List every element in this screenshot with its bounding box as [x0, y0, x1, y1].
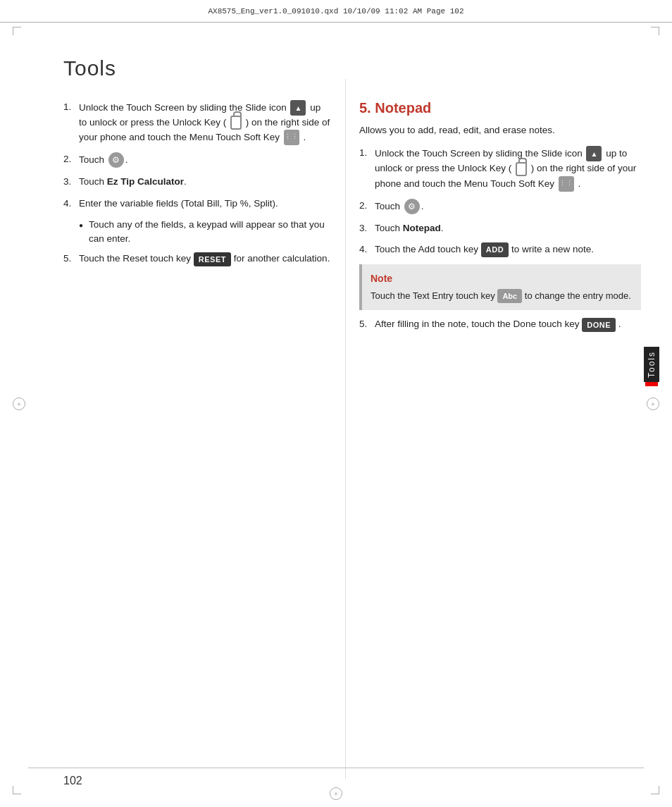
note-text-post: to change the entry mode.: [525, 290, 631, 301]
bullet-item-1: Touch any of the fields, a keypad will a…: [79, 218, 331, 247]
step-1: 1. Unlock the Touch Screen by sliding th…: [63, 100, 331, 145]
right-step-4-content: Touch the Add touch key ADD to write a n…: [375, 242, 641, 257]
tools-icon-left: [108, 152, 124, 168]
step-1-content: Unlock the Touch Screen by sliding the S…: [79, 100, 331, 145]
step-3-num: 3.: [63, 175, 79, 189]
step-1-num: 1.: [63, 100, 79, 114]
step-5-num: 5.: [63, 252, 79, 266]
right-step-5-post: .: [618, 319, 621, 329]
done-key: DONE: [582, 318, 616, 333]
right-steps: 1. Unlock the Touch Screen by sliding th…: [359, 146, 641, 257]
notepad-intro: Allows you to add, read, edit, and erase…: [359, 123, 641, 137]
bullet-list: Touch any of the fields, a keypad will a…: [79, 218, 331, 247]
note-box: Note Touch the Text Entry touch key Abc …: [359, 264, 641, 311]
note-label: Note: [371, 271, 633, 286]
unlock-icon-right-1: [516, 162, 527, 176]
right-column: 5. Notepad Allows you to add, read, edit…: [359, 100, 641, 339]
right-step-1-content: Unlock the Touch Screen by sliding the S…: [375, 146, 641, 191]
column-divider: [345, 79, 346, 779]
right-step-1: 1. Unlock the Touch Screen by sliding th…: [359, 146, 641, 191]
header-bar: AX8575_Eng_ver1.0_091010.qxd 10/10/09 11…: [0, 0, 672, 23]
right-step-4-num: 4.: [359, 242, 375, 257]
step-3-content: Touch Ez Tip Calculator.: [79, 175, 331, 189]
reset-key: RESET: [194, 252, 231, 267]
menu-icon-left-1: [284, 130, 299, 145]
right-step-1-num: 1.: [359, 146, 375, 160]
left-step5-list: 5. Touch the Reset touch key RESET for a…: [63, 252, 331, 266]
right-step-2: 2. Touch .: [359, 199, 641, 214]
step-5-left: 5. Touch the Reset touch key RESET for a…: [63, 252, 331, 266]
step-5-content: Touch the Reset touch key RESET for anot…: [79, 252, 331, 266]
right-step-5-pre: After filling in the note, touch the Don…: [375, 319, 582, 329]
add-key: ADD: [481, 242, 509, 257]
notepad-label: Notepad: [403, 223, 441, 233]
abc-key: Abc: [497, 289, 522, 304]
note-text-pre: Touch the Text Entry touch key: [371, 290, 497, 301]
sidebar-tab-bar: [645, 382, 658, 386]
left-column: 1. Unlock the Touch Screen by sliding th…: [63, 100, 331, 273]
step-4: 4. Enter the variable fields (Total Bill…: [63, 197, 331, 211]
right-step-2-content: Touch .: [375, 199, 641, 214]
right-step-5: 5. After filling in the note, touch the …: [359, 317, 641, 332]
page-content: Tools 1. Unlock the Touch Screen by slid…: [0, 23, 672, 807]
bottom-rule: [28, 768, 644, 768]
step-4-content: Enter the variable fields (Total Bill, T…: [79, 197, 331, 211]
step-2: 2. Touch .: [63, 152, 331, 168]
step-5-post: for another calculation.: [234, 253, 330, 264]
right-step-3: 3. Touch Notepad.: [359, 221, 641, 235]
slide-icon-left-1: [290, 100, 306, 116]
notepad-heading: 5. Notepad: [359, 100, 641, 116]
page-number: 102: [63, 775, 82, 787]
slide-icon-right-1: [586, 146, 602, 161]
sidebar-tab: Tools: [644, 347, 659, 386]
right-step-5-num: 5.: [359, 317, 375, 331]
right-step-3-content: Touch Notepad.: [375, 221, 641, 235]
header-text: AX8575_Eng_ver1.0_091010.qxd 10/10/09 11…: [11, 7, 661, 16]
unlock-icon-left-1: [230, 116, 242, 130]
left-steps: 1. Unlock the Touch Screen by sliding th…: [63, 100, 331, 211]
ez-tip-label: Ez Tip Calculator: [107, 176, 184, 187]
page-title: Tools: [63, 56, 116, 80]
right-step-4: 4. Touch the Add touch key ADD to write …: [359, 242, 641, 257]
step-2-num: 2.: [63, 152, 79, 166]
step-4-num: 4.: [63, 197, 79, 211]
right-step5-list: 5. After filling in the note, touch the …: [359, 317, 641, 332]
sidebar-tab-label: Tools: [644, 347, 659, 382]
step-2-content: Touch .: [79, 152, 331, 168]
right-step-2-num: 2.: [359, 199, 375, 213]
menu-icon-right-1: [559, 176, 574, 192]
right-step-5-content: After filling in the note, touch the Don…: [375, 317, 641, 332]
tools-icon-right: [404, 199, 420, 214]
step-3: 3. Touch Ez Tip Calculator.: [63, 175, 331, 189]
step-5-pre: Touch the Reset touch key: [79, 253, 194, 264]
right-step-3-num: 3.: [359, 221, 375, 235]
